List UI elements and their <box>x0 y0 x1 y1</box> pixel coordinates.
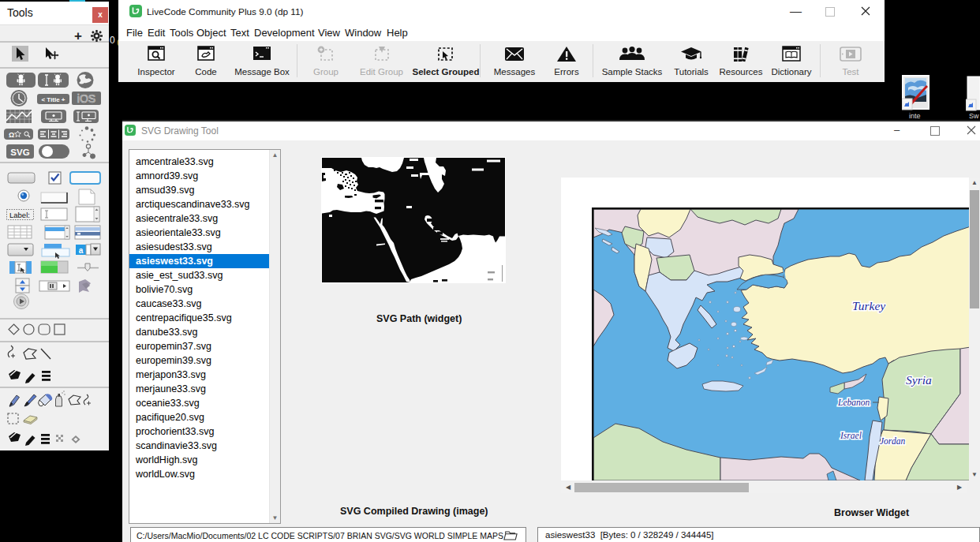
svg-text:iOS: iOS <box>77 92 95 105</box>
svg-text:Syria: Syria <box>906 373 932 387</box>
svg-text:Lebanon: Lebanon <box>837 398 870 407</box>
svg-text:Israel: Israel <box>840 431 862 440</box>
svg-text:Turkey: Turkey <box>852 299 885 312</box>
svg-text:SVG: SVG <box>10 148 29 157</box>
svg-text:Jordan: Jordan <box>880 436 905 446</box>
svg-text:Ω: Ω <box>9 131 14 139</box>
svg-text:a: a <box>79 246 84 255</box>
svg-text:Label:: Label: <box>9 211 30 219</box>
svg-text:< Title +: < Title + <box>41 96 65 103</box>
